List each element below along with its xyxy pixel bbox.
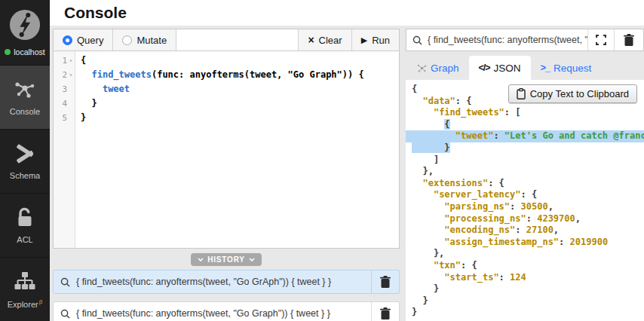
json-line: },	[406, 166, 644, 178]
sidebar-item-console[interactable]: Console	[0, 65, 50, 129]
query-toolbar: Query Mutate × Clear ▶ Run	[53, 29, 400, 51]
radio-selected-icon[interactable]	[63, 35, 72, 45]
history-item[interactable]: { find_tweets(func: anyofterms(tweet, "G…	[53, 301, 400, 321]
fold-arrow-icon[interactable]: ▾	[67, 68, 75, 82]
play-icon: ▶	[361, 36, 367, 44]
editor-code[interactable]: { find_tweets(func: anyofterms(tweet, "G…	[75, 51, 399, 248]
main-area: Console Query Mutate × Cl	[50, 0, 644, 321]
search-icon	[406, 35, 428, 45]
lock-icon	[15, 206, 35, 229]
json-line: }	[406, 307, 644, 319]
json-line: "parsing_ns": 30500,	[406, 201, 644, 213]
copy-button-label: Copy Text to Clipboard	[530, 88, 629, 99]
radio-unselected-icon[interactable]	[122, 35, 132, 45]
line-number: 4	[54, 96, 75, 111]
chevron-down-icon	[249, 258, 255, 261]
app-window: localhost ConsoleSchemaACLExplorerβ Cons…	[0, 0, 644, 321]
status-dot-icon	[5, 49, 11, 55]
search-icon	[54, 309, 76, 319]
json-line: "encoding_ns": 27100,	[406, 225, 644, 237]
brand-block[interactable]: localhost	[0, 0, 50, 65]
query-editor[interactable]: 1▾2▾345 { find_tweets(func: anyofterms(t…	[53, 51, 400, 249]
result-query-bar: { find_tweets(func: anyofterms(tweet, "G…	[406, 29, 644, 51]
history-item[interactable]: { find_tweets(func: anyofterms(tweet, "G…	[53, 270, 400, 294]
sidebar: localhost ConsoleSchemaACLExplorerβ	[0, 0, 50, 321]
tab-json[interactable]: </>JSON	[469, 56, 531, 80]
copy-to-clipboard-button[interactable]: Copy Text to Clipboard	[508, 84, 637, 103]
graph-network-icon	[14, 78, 36, 101]
json-line: "tweet": "Let's Go and catch @francesc	[406, 130, 644, 142]
history-list: { find_tweets(func: anyofterms(tweet, "G…	[53, 270, 400, 321]
code-line[interactable]: }	[81, 96, 399, 111]
beta-badge: β	[39, 298, 43, 305]
json-line: "find_tweets": [	[406, 107, 644, 119]
json-lines: { "data": { "find_tweets": [ { "tweet": …	[406, 84, 644, 319]
history-bar: HISTORY	[53, 249, 400, 270]
result-tabs: Graph</>JSON>_Request	[406, 56, 644, 80]
json-line: "start_ts": 124	[406, 272, 644, 284]
json-line: {	[406, 119, 644, 131]
sidebar-nav: ConsoleSchemaACLExplorerβ	[0, 65, 50, 321]
schema-tools-icon	[14, 142, 35, 165]
sidebar-item-label: ACL	[17, 235, 32, 244]
delete-history-button[interactable]	[371, 302, 399, 321]
line-number: 1▾	[54, 54, 75, 68]
line-number: 3	[54, 82, 75, 96]
results-panel: { find_tweets(func: anyofterms(tweet, "G…	[406, 29, 644, 321]
run-button[interactable]: ▶ Run	[351, 29, 399, 50]
json-line: "assign_timestamp_ns": 2019900	[406, 237, 644, 249]
sidebar-item-schema[interactable]: Schema	[0, 129, 50, 193]
chevron-down-icon	[198, 258, 204, 261]
history-toggle[interactable]: HISTORY	[191, 253, 262, 266]
sitemap-icon	[14, 270, 35, 292]
query-mode-label: Query	[77, 35, 103, 46]
json-line: "txn": {	[406, 260, 644, 272]
fold-arrow-icon[interactable]: ▾	[67, 54, 75, 68]
expand-icon	[596, 35, 606, 45]
sidebar-item-acl[interactable]: ACL	[0, 193, 50, 257]
tab-label: Request	[554, 63, 591, 74]
code-line[interactable]: {	[81, 54, 399, 68]
content-area: Query Mutate × Clear ▶ Run	[50, 26, 644, 321]
json-line: "server_latency": {	[406, 189, 644, 201]
sidebar-item-label: Explorerβ	[8, 298, 43, 309]
json-output: { "data": { "find_tweets": [ { "tweet": …	[406, 80, 644, 321]
line-number: 5	[54, 111, 75, 125]
result-query-preview: { find_tweets(func: anyofterms(tweet, "G…	[428, 35, 587, 45]
code-line[interactable]: tweet	[81, 82, 399, 96]
delete-result-button[interactable]	[614, 29, 643, 50]
sidebar-item-label: Console	[10, 107, 40, 116]
request-icon: >_	[541, 63, 550, 73]
json-icon: </>	[479, 63, 490, 73]
json-line: "extensions": {	[406, 178, 644, 190]
fullscreen-button[interactable]	[587, 29, 614, 50]
json-line: },	[406, 248, 644, 260]
line-number: 2▾	[54, 68, 75, 82]
graph-icon	[417, 63, 427, 73]
page-header: Console	[50, 0, 644, 26]
code-line[interactable]: find_tweets(func: anyofterms(tweet, "Go …	[81, 68, 399, 82]
mutate-mode-label: Mutate	[136, 35, 167, 46]
dgraph-logo-icon	[9, 9, 41, 44]
sidebar-item-label: Schema	[10, 171, 40, 180]
delete-history-button[interactable]	[371, 271, 399, 293]
sidebar-item-explorer[interactable]: Explorerβ	[0, 257, 50, 321]
json-line: "processing_ns": 4239700,	[406, 213, 644, 225]
json-line: }	[406, 283, 644, 295]
history-label: HISTORY	[207, 255, 245, 264]
search-icon	[54, 277, 76, 287]
run-label: Run	[372, 35, 390, 46]
toolbar-spacer	[176, 29, 298, 50]
tab-request[interactable]: >_Request	[531, 56, 602, 80]
tab-label: JSON	[494, 63, 521, 74]
query-mode-radio[interactable]: Query	[54, 29, 113, 50]
clear-icon: ×	[308, 35, 314, 45]
clipboard-icon	[517, 88, 526, 99]
server-status: localhost	[5, 47, 44, 57]
code-line[interactable]: }	[81, 111, 399, 125]
mutate-mode-radio[interactable]: Mutate	[113, 29, 176, 50]
editor-gutter: 1▾2▾345	[54, 51, 75, 248]
clear-button[interactable]: × Clear	[298, 29, 351, 50]
history-query: { find_tweets(func: anyofterms(tweet, "G…	[76, 308, 371, 319]
tab-graph[interactable]: Graph	[407, 56, 469, 80]
